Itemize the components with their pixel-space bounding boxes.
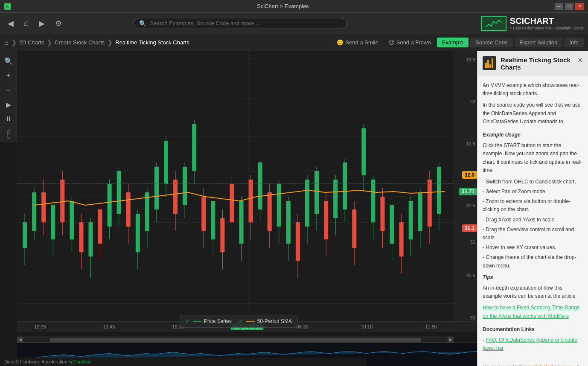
play-button[interactable]: ▶ — [2, 98, 15, 111]
y-axis: 33.5 33 32.5 31.5 31 30.5 30 32.0 31.71 … — [454, 51, 477, 332]
sma-color — [246, 321, 255, 322]
left-toolbar: 🔍 + ─ ▶ ⏸ CTRL — [0, 51, 17, 142]
scroll-left-arrow[interactable]: ◀ — [17, 337, 23, 343]
y-label-335: 33.5 — [466, 57, 475, 62]
candlestick-chart — [17, 51, 454, 317]
svg-rect-94 — [409, 201, 413, 239]
svg-rect-100 — [437, 167, 441, 214]
svg-rect-16 — [41, 192, 46, 222]
zoom-button[interactable]: 🔍 — [2, 55, 15, 67]
ctrl-label: CTRL — [6, 129, 11, 139]
pause-button[interactable]: ⏸ — [2, 113, 15, 125]
send-frown-button[interactable]: ☹ Send a Frown — [384, 38, 435, 47]
svg-rect-30 — [108, 184, 112, 227]
svg-rect-64 — [268, 192, 272, 231]
svg-rect-82 — [352, 209, 356, 248]
x-label-0830: 08:30 — [297, 324, 309, 329]
tips-link[interactable]: How to have a Fixed Scrolling Time-Range… — [483, 305, 579, 319]
svg-rect-78 — [333, 180, 338, 218]
breadcrumb-2d-charts[interactable]: 2D Charts — [19, 39, 44, 46]
bullet-3: Zoom to extents via button or double-cli… — [483, 198, 583, 214]
svg-rect-34 — [126, 192, 131, 227]
svg-rect-42 — [164, 141, 168, 184]
info-desc1: An MVVM example which showcases real-tim… — [483, 81, 583, 98]
home-button[interactable]: ⌂ — [20, 17, 32, 29]
svg-rect-68 — [286, 201, 291, 244]
send-smile-button[interactable]: 😊 Send a Smile — [332, 38, 382, 47]
svg-rect-90 — [390, 205, 394, 244]
tab-export-solution[interactable]: Export Solution — [515, 38, 562, 47]
y-label-325: 32.5 — [466, 141, 475, 146]
settings-button[interactable]: ⚙ — [52, 17, 65, 30]
power-saving-value: High Performance — [533, 364, 573, 366]
main-area: 🔍 + ─ ▶ ⏸ CTRL — [0, 51, 588, 366]
svg-rect-46 — [183, 167, 187, 205]
legend-price-series: ✓ Price Series — [185, 318, 232, 325]
tab-example[interactable]: Example — [437, 38, 469, 47]
svg-rect-20 — [60, 180, 64, 222]
price-label-311: 31.1 — [462, 224, 477, 232]
frown-icon: ☹ — [389, 39, 395, 46]
info-body: An MVVM example which showcases real-tim… — [477, 76, 588, 361]
svg-rect-24 — [79, 222, 83, 252]
price-series-check: ✓ — [185, 318, 190, 325]
chart-legend: ✓ Price Series ✓ 50-Period SMA — [180, 315, 297, 328]
info-chart-icon — [483, 56, 496, 70]
title-bar: S SciChart > Examples ─ □ ✕ — [0, 0, 588, 13]
info-panel: Realtime Ticking Stock Charts ✕ An MVVM … — [477, 51, 588, 366]
svg-rect-54 — [220, 218, 224, 252]
tab-source-code[interactable]: Source Code — [470, 38, 513, 47]
minus-button[interactable]: ─ — [2, 84, 15, 96]
forward-button[interactable]: ▶ — [35, 17, 48, 30]
search-input[interactable] — [150, 20, 341, 26]
svg-rect-22 — [70, 201, 74, 239]
svg-rect-66 — [277, 184, 281, 227]
logo-subtext: > High Performance WPF Silverlight Chart… — [510, 26, 584, 30]
window-controls: ─ □ ✕ — [555, 3, 584, 10]
svg-text:S: S — [6, 5, 9, 9]
directx-value: Enabled — [73, 359, 90, 364]
price-series-label: Price Series — [204, 318, 232, 324]
svg-rect-96 — [418, 192, 422, 231]
bullet-6: Hover to see XY cursor values. — [483, 244, 583, 252]
breadcrumb-bar: ⌂ ❯ 2D Charts ❯ Create Stock Charts ❯ Re… — [0, 34, 588, 51]
y-label-30: 30 — [470, 315, 475, 320]
chart-panel: 🔍 + ─ ▶ ⏸ CTRL — [0, 51, 477, 366]
scichart-logo: SCICHART > High Performance WPF Silverli… — [481, 16, 584, 31]
close-button[interactable]: ✕ — [575, 3, 584, 10]
back-button[interactable]: ◀ — [4, 17, 17, 30]
scroll-right-arrow[interactable]: ▶ — [448, 337, 454, 343]
svg-rect-32 — [117, 171, 121, 214]
logo-text-block: SCICHART > High Performance WPF Silverli… — [510, 16, 584, 30]
tips-section: Tips An in-depth explanation of how this… — [483, 273, 583, 320]
tab-info[interactable]: Info — [564, 38, 584, 47]
info-panel-title: Realtime Ticking Stock Charts — [501, 56, 573, 71]
x-label-1345: 13:45 — [103, 324, 115, 329]
chart-canvas[interactable]: 33.5 33 32.5 31.5 31 30.5 30 32.0 31.71 … — [17, 51, 477, 332]
add-button[interactable]: + — [2, 69, 15, 82]
y-label-305: 30.5 — [466, 273, 475, 278]
directx-label: DirectX Hardware Acceleration is — [3, 359, 72, 364]
minimize-button[interactable]: ─ — [555, 3, 563, 10]
svg-rect-12 — [23, 222, 27, 248]
svg-rect-74 — [314, 171, 319, 214]
svg-rect-26 — [88, 222, 93, 256]
scroll-thumb[interactable] — [49, 338, 421, 342]
info-close-button[interactable]: ✕ — [577, 56, 583, 64]
breadcrumb-home[interactable]: ⌂ — [4, 39, 9, 46]
x-label-1205: 12:05 — [34, 324, 46, 329]
bullet-1: Switch from OHLC to Candlestick chart. — [483, 178, 583, 186]
sma-check: ✓ — [239, 318, 244, 325]
breadcrumb-current: Realtime Ticking Stock Charts — [115, 39, 189, 46]
x-label-1010: 10:10 — [361, 324, 373, 329]
window-title: SciChart > Examples — [11, 3, 555, 9]
bullet-4: Drag XAxis and YAxis to scale. — [483, 216, 583, 224]
scrollbar[interactable]: ◀ ▶ — [17, 337, 454, 343]
svg-rect-48 — [192, 124, 196, 171]
breadcrumb-create-stock-charts[interactable]: Create Stock Charts — [55, 39, 105, 46]
search-box[interactable]: 🔍 — [134, 18, 347, 29]
doc-link-1[interactable]: FAQ: OhlcDataSeries Append or Update lat… — [483, 337, 577, 351]
svg-rect-104 — [485, 63, 487, 68]
maximize-button[interactable]: □ — [565, 3, 573, 10]
svg-rect-92 — [399, 222, 404, 256]
